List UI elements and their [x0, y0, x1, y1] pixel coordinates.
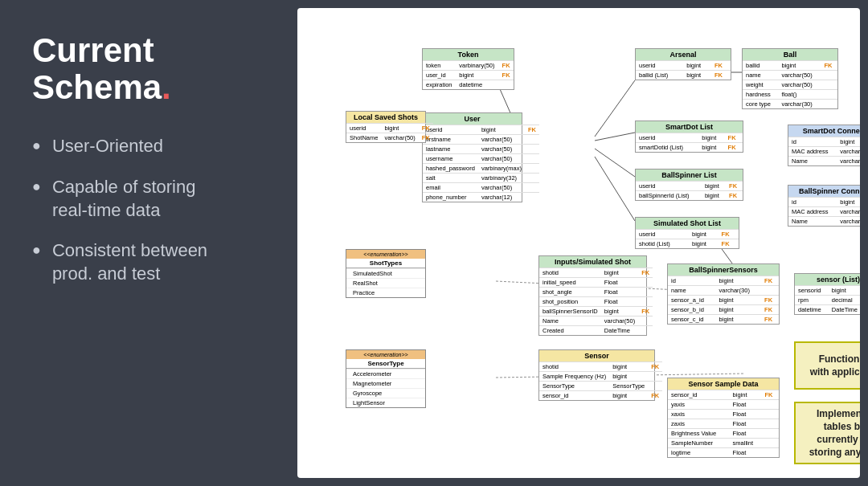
sensor-header: Sensor — [539, 350, 654, 361]
enum-shot-types: <<enumeration>> ShotTypes SimulatedShot … — [346, 249, 426, 298]
table-ballspinner-sensors: BallSpinnerSensors idbigintFK namevarcha… — [667, 263, 780, 325]
table-local-saved-shots: Local Saved Shots useridbigintFK ShotNam… — [346, 111, 426, 143]
table-smartdot-list: SmartDot List useridbigintFK smartDotid … — [635, 120, 743, 153]
enum-sensor-type-item3: Gyroscope — [346, 388, 425, 398]
table-token: Token tokenvarbinary(50)FK user_idbigint… — [422, 48, 514, 90]
table-inputs-simulated-shot: Inputs/Simulated Shot shotidbigintFK ini… — [538, 255, 647, 336]
legend-implemented-text: Implemented tables but currently not sto… — [804, 407, 860, 459]
simulated-shot-list-header: Simulated Shot List — [636, 218, 739, 229]
legend-functioning: Functioningwith application — [794, 341, 860, 390]
table-arsenal: Arsenal useridbigintFK ballid (List)bigi… — [635, 48, 731, 80]
arsenal-header: Arsenal — [636, 49, 731, 60]
table-sensor: Sensor shotidbigintFK Sample Frequency (… — [538, 349, 655, 401]
bullet-item-2: Capable of storingreal-time data — [32, 176, 273, 222]
ball-header: Ball — [743, 49, 837, 60]
right-panel: Token tokenvarbinary(50)FK user_idbigint… — [297, 8, 860, 478]
table-user: User useridbigintFK firstnamevarchar(50)… — [422, 112, 522, 202]
slide-title: Current Schema. — [32, 32, 273, 106]
enum-sensor-type-item2: Magnetometer — [346, 378, 425, 388]
table-ball: Ball ballidbigintFK namevarchar(50) weig… — [742, 48, 838, 109]
user-header: User — [423, 113, 522, 125]
enum-sensor-type-item1: Accelerometer — [346, 369, 425, 378]
enum-sensor-type-stereotype: <<enumeration>> — [346, 350, 425, 359]
diagram-area: Token tokenvarbinary(50)FK user_idbigint… — [297, 8, 860, 478]
table-smartdot-connections: SmartDot Connections idbigintFK MAC addr… — [788, 125, 860, 166]
ballspinner-connections-header: BallSpinner Connections — [788, 186, 860, 197]
smartdot-connections-header: SmartDot Connections — [788, 125, 860, 137]
title-accent: . — [162, 68, 171, 106]
table-ballspinner-connections: BallSpinner Connections idbigintFK MAC a… — [788, 185, 860, 227]
bullet-list: User-Oriented Capable of storingreal-tim… — [32, 135, 273, 303]
enum-sensor-type: <<enumeration>> SensorType Accelerometer… — [346, 349, 426, 408]
sensor-list-header: sensor (List) — [795, 274, 860, 285]
enum-sensor-type-title: SensorType — [346, 359, 425, 369]
svg-line-4 — [595, 149, 635, 177]
left-panel: Current Schema. User-Oriented Capable of… — [0, 0, 297, 486]
enum-shot-types-item2: RealShot — [346, 278, 425, 288]
enum-shot-types-item3: Practice — [346, 288, 425, 297]
smartdot-list-header: SmartDot List — [636, 121, 743, 133]
svg-line-5 — [595, 157, 635, 221]
svg-line-1 — [595, 80, 635, 137]
local-saved-shots-header: Local Saved Shots — [346, 112, 425, 123]
ballspinner-list-header: BallSpinner List — [636, 169, 743, 181]
enum-shot-types-title: ShotTypes — [346, 259, 425, 268]
table-sensor-list: sensor (List) sensoridbigintFK rpmdecima… — [794, 273, 860, 315]
legend-implemented: Implemented tables but currently not sto… — [794, 402, 860, 464]
ballspinner-sensors-header: BallSpinnerSensors — [668, 264, 779, 276]
legend-functioning-text: Functioningwith application — [810, 353, 860, 378]
token-header: Token — [423, 49, 514, 60]
enum-shot-types-item1: SimulatedShot — [346, 268, 425, 278]
bullet-item-1: User-Oriented — [32, 135, 273, 158]
enum-shot-types-stereotype: <<enumeration>> — [346, 250, 425, 259]
table-simulated-shot-list: Simulated Shot List useridbigintFK shoti… — [635, 217, 739, 249]
sensor-sample-data-header: Sensor Sample Data — [668, 378, 779, 390]
bullet-item-3: Consistent betweenprod. and test — [32, 239, 273, 285]
svg-line-3 — [595, 133, 635, 141]
table-sensor-sample-data: Sensor Sample Data sensor_idbigintFK yax… — [667, 378, 780, 458]
inputs-simulated-shot-header: Inputs/Simulated Shot — [539, 256, 646, 268]
table-ballspinner-list: BallSpinner List useridbigintFK ballSpin… — [635, 169, 743, 201]
enum-sensor-type-item4: LightSensor — [346, 398, 425, 407]
